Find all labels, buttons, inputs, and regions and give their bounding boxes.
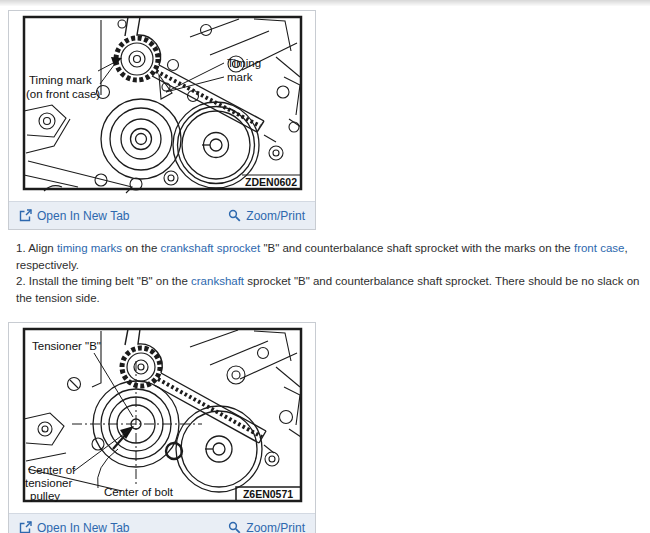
zoom-print-link[interactable]: Zoom/Print bbox=[228, 521, 305, 533]
instruction-text: "B" and counterbalance shaft sprocket wi… bbox=[260, 242, 574, 254]
open-in-new-tab-icon bbox=[19, 209, 32, 222]
instruction-text: on the bbox=[122, 242, 160, 254]
open-in-new-tab-label: Open In New Tab bbox=[37, 209, 130, 223]
zoom-print-link[interactable]: Zoom/Print bbox=[228, 209, 305, 223]
label-timing-mark-left-line1: Timing mark bbox=[29, 74, 92, 86]
label-timing-mark-right-line1: Timing bbox=[227, 57, 261, 69]
counterbalance-pulley bbox=[101, 99, 181, 179]
diagram-tensioner: Tensioner "B" Center of tensioner pulley… bbox=[9, 323, 315, 513]
instruction-text: 1. Align bbox=[16, 242, 57, 254]
label-tensioner-word: tensioner bbox=[25, 477, 72, 489]
timing-marks-illustration: Timing mark (on front case) Timing mark … bbox=[14, 15, 310, 197]
timing-marks-text-link[interactable]: timing marks bbox=[57, 242, 122, 254]
diagram-timing-marks: Timing mark (on front case) Timing mark … bbox=[9, 11, 315, 201]
instruction-text: 2. Install the timing belt "B" on the bbox=[16, 275, 191, 287]
crankshaft-pulley bbox=[176, 406, 262, 492]
open-in-new-tab-link[interactable]: Open In New Tab bbox=[19, 521, 130, 533]
zoom-print-label: Zoom/Print bbox=[246, 521, 305, 533]
label-tensioner-b: Tensioner "B" bbox=[32, 340, 101, 352]
label-timing-mark-left-line2: (on front case) bbox=[26, 88, 100, 100]
tensioner-illustration: Tensioner "B" Center of tensioner pulley… bbox=[14, 327, 310, 509]
crankshaft-sprocket-text-link[interactable]: crankshaft sprocket bbox=[160, 242, 260, 254]
label-center-of-bolt: Center of bolt bbox=[104, 486, 174, 498]
timing-belt bbox=[125, 329, 266, 443]
open-in-new-tab-label: Open In New Tab bbox=[37, 521, 130, 533]
figure1-linkbar: Open In New Tab Zoom/Print bbox=[9, 201, 315, 229]
instruction-steps: 1. Align timing marks on the crankshaft … bbox=[16, 240, 650, 306]
counterbalance-sprocket bbox=[122, 348, 160, 386]
magnifier-icon bbox=[228, 521, 241, 533]
figure-code-2: Z6EN0571 bbox=[243, 488, 293, 500]
figure2-linkbar: Open In New Tab Zoom/Print bbox=[9, 513, 315, 533]
label-center-of: Center of bbox=[28, 464, 76, 476]
figure-card-tensioner: Tensioner "B" Center of tensioner pulley… bbox=[8, 322, 316, 533]
magnifier-icon bbox=[228, 209, 241, 222]
instruction-step-2: 2. Install the timing belt "B" on the cr… bbox=[16, 273, 650, 306]
timing-mark-pointer-right bbox=[166, 63, 224, 92]
label-pulley-word: pulley bbox=[30, 490, 60, 502]
counterbalance-sprocket bbox=[116, 38, 158, 80]
instruction-step-1: 1. Align timing marks on the crankshaft … bbox=[16, 240, 650, 273]
label-timing-mark-right-line2: mark bbox=[227, 71, 253, 83]
figure-card-timing-marks: Timing mark (on front case) Timing mark … bbox=[8, 10, 316, 230]
open-in-new-tab-icon bbox=[19, 521, 32, 533]
figure-code-1: ZDEN0602 bbox=[245, 176, 297, 188]
zoom-print-label: Zoom/Print bbox=[246, 209, 305, 223]
page-top-shadow bbox=[0, 0, 650, 6]
label-leader-lines bbox=[74, 353, 133, 488]
front-case-text-link[interactable]: front case bbox=[574, 242, 625, 254]
open-in-new-tab-link[interactable]: Open In New Tab bbox=[19, 209, 130, 223]
crankshaft-text-link[interactable]: crankshaft bbox=[191, 275, 244, 287]
